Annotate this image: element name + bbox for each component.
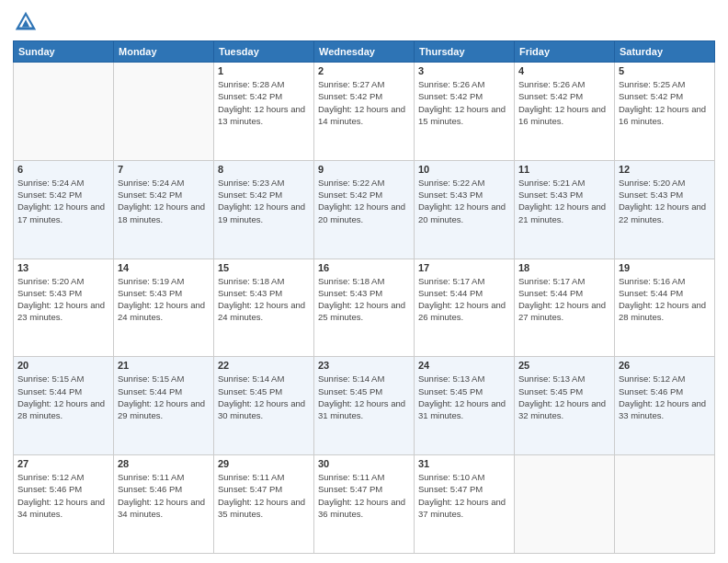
header-tuesday: Tuesday [214,41,314,63]
calendar-cell: 27Sunrise: 5:12 AM Sunset: 5:46 PM Dayli… [14,455,114,554]
day-number: 7 [118,164,210,175]
day-number: 26 [619,360,711,371]
day-number: 25 [518,360,610,371]
header [13,9,715,35]
calendar-cell: 13Sunrise: 5:20 AM Sunset: 5:43 PM Dayli… [14,259,114,357]
day-info: Sunrise: 5:11 AM Sunset: 5:47 PM Dayligh… [218,471,310,520]
calendar-cell: 17Sunrise: 5:17 AM Sunset: 5:44 PM Dayli… [415,259,515,357]
calendar-table: SundayMondayTuesdayWednesdayThursdayFrid… [13,40,715,554]
calendar-cell: 26Sunrise: 5:12 AM Sunset: 5:46 PM Dayli… [615,357,715,455]
calendar-cell: 29Sunrise: 5:11 AM Sunset: 5:47 PM Dayli… [214,455,314,554]
calendar-header-row: SundayMondayTuesdayWednesdayThursdayFrid… [14,41,715,63]
day-number: 15 [218,262,310,273]
day-number: 22 [218,360,310,371]
day-number: 20 [17,360,109,371]
calendar-cell: 30Sunrise: 5:11 AM Sunset: 5:47 PM Dayli… [314,455,415,554]
day-info: Sunrise: 5:25 AM Sunset: 5:42 PM Dayligh… [619,78,711,127]
day-info: Sunrise: 5:20 AM Sunset: 5:43 PM Dayligh… [619,177,711,225]
day-info: Sunrise: 5:22 AM Sunset: 5:42 PM Dayligh… [318,177,410,225]
day-info: Sunrise: 5:14 AM Sunset: 5:45 PM Dayligh… [318,373,410,421]
day-number: 27 [17,458,109,469]
header-thursday: Thursday [415,41,515,63]
day-number: 2 [318,65,410,76]
day-number: 6 [17,164,109,175]
day-info: Sunrise: 5:16 AM Sunset: 5:44 PM Dayligh… [619,275,711,324]
day-info: Sunrise: 5:23 AM Sunset: 5:42 PM Dayligh… [218,177,310,225]
day-number: 11 [518,164,610,175]
day-number: 10 [418,164,510,175]
day-info: Sunrise: 5:26 AM Sunset: 5:42 PM Dayligh… [518,78,610,127]
day-info: Sunrise: 5:15 AM Sunset: 5:44 PM Dayligh… [118,373,210,421]
calendar-cell: 31Sunrise: 5:10 AM Sunset: 5:47 PM Dayli… [415,455,515,554]
day-info: Sunrise: 5:17 AM Sunset: 5:44 PM Dayligh… [518,275,610,324]
day-info: Sunrise: 5:13 AM Sunset: 5:45 PM Dayligh… [418,373,510,421]
calendar-cell: 6Sunrise: 5:24 AM Sunset: 5:42 PM Daylig… [14,160,114,259]
day-info: Sunrise: 5:15 AM Sunset: 5:44 PM Dayligh… [17,373,109,421]
calendar-week-4: 27Sunrise: 5:12 AM Sunset: 5:46 PM Dayli… [14,455,715,554]
calendar-cell: 15Sunrise: 5:18 AM Sunset: 5:43 PM Dayli… [214,259,314,357]
day-number: 17 [418,262,510,273]
day-number: 30 [318,458,410,469]
calendar-week-3: 20Sunrise: 5:15 AM Sunset: 5:44 PM Dayli… [14,357,715,455]
day-info: Sunrise: 5:11 AM Sunset: 5:47 PM Dayligh… [318,471,410,520]
day-number: 18 [518,262,610,273]
day-info: Sunrise: 5:28 AM Sunset: 5:42 PM Dayligh… [218,78,310,127]
calendar-cell: 2Sunrise: 5:27 AM Sunset: 5:42 PM Daylig… [314,63,415,161]
day-info: Sunrise: 5:12 AM Sunset: 5:46 PM Dayligh… [17,471,109,520]
day-info: Sunrise: 5:27 AM Sunset: 5:42 PM Dayligh… [318,78,410,127]
calendar-cell: 12Sunrise: 5:20 AM Sunset: 5:43 PM Dayli… [615,160,715,259]
day-number: 12 [619,164,711,175]
day-number: 5 [619,65,711,76]
calendar-cell: 10Sunrise: 5:22 AM Sunset: 5:43 PM Dayli… [415,160,515,259]
calendar-cell: 20Sunrise: 5:15 AM Sunset: 5:44 PM Dayli… [14,357,114,455]
day-number: 31 [418,458,510,469]
day-info: Sunrise: 5:11 AM Sunset: 5:46 PM Dayligh… [118,471,210,520]
day-info: Sunrise: 5:10 AM Sunset: 5:47 PM Dayligh… [418,471,510,520]
day-info: Sunrise: 5:24 AM Sunset: 5:42 PM Dayligh… [118,177,210,225]
day-number: 1 [218,65,310,76]
calendar-cell: 23Sunrise: 5:14 AM Sunset: 5:45 PM Dayli… [314,357,415,455]
calendar-cell [14,63,114,161]
calendar-cell: 8Sunrise: 5:23 AM Sunset: 5:42 PM Daylig… [214,160,314,259]
calendar-cell: 25Sunrise: 5:13 AM Sunset: 5:45 PM Dayli… [515,357,615,455]
day-info: Sunrise: 5:24 AM Sunset: 5:42 PM Dayligh… [17,177,109,225]
header-monday: Monday [114,41,214,63]
day-number: 19 [619,262,711,273]
day-number: 21 [118,360,210,371]
day-number: 14 [118,262,210,273]
header-sunday: Sunday [14,41,114,63]
calendar-cell: 4Sunrise: 5:26 AM Sunset: 5:42 PM Daylig… [515,63,615,161]
day-number: 23 [318,360,410,371]
calendar-cell: 21Sunrise: 5:15 AM Sunset: 5:44 PM Dayli… [114,357,214,455]
day-number: 8 [218,164,310,175]
logo [13,9,42,35]
calendar-cell: 5Sunrise: 5:25 AM Sunset: 5:42 PM Daylig… [615,63,715,161]
day-number: 16 [318,262,410,273]
day-info: Sunrise: 5:22 AM Sunset: 5:43 PM Dayligh… [418,177,510,225]
calendar-cell: 11Sunrise: 5:21 AM Sunset: 5:43 PM Dayli… [515,160,615,259]
day-number: 3 [418,65,510,76]
calendar-week-0: 1Sunrise: 5:28 AM Sunset: 5:42 PM Daylig… [14,63,715,161]
day-number: 9 [318,164,410,175]
header-wednesday: Wednesday [314,41,415,63]
page: SundayMondayTuesdayWednesdayThursdayFrid… [0,0,728,563]
day-info: Sunrise: 5:19 AM Sunset: 5:43 PM Dayligh… [118,275,210,324]
calendar-week-1: 6Sunrise: 5:24 AM Sunset: 5:42 PM Daylig… [14,160,715,259]
calendar-cell: 1Sunrise: 5:28 AM Sunset: 5:42 PM Daylig… [214,63,314,161]
day-info: Sunrise: 5:13 AM Sunset: 5:45 PM Dayligh… [518,373,610,421]
calendar-cell: 18Sunrise: 5:17 AM Sunset: 5:44 PM Dayli… [515,259,615,357]
calendar-cell: 22Sunrise: 5:14 AM Sunset: 5:45 PM Dayli… [214,357,314,455]
day-info: Sunrise: 5:26 AM Sunset: 5:42 PM Dayligh… [418,78,510,127]
calendar-cell: 9Sunrise: 5:22 AM Sunset: 5:42 PM Daylig… [314,160,415,259]
calendar-cell [615,455,715,554]
day-number: 13 [17,262,109,273]
calendar-week-2: 13Sunrise: 5:20 AM Sunset: 5:43 PM Dayli… [14,259,715,357]
calendar-cell: 28Sunrise: 5:11 AM Sunset: 5:46 PM Dayli… [114,455,214,554]
day-number: 24 [418,360,510,371]
day-info: Sunrise: 5:17 AM Sunset: 5:44 PM Dayligh… [418,275,510,324]
day-info: Sunrise: 5:20 AM Sunset: 5:43 PM Dayligh… [17,275,109,324]
calendar-cell: 19Sunrise: 5:16 AM Sunset: 5:44 PM Dayli… [615,259,715,357]
calendar-cell: 7Sunrise: 5:24 AM Sunset: 5:42 PM Daylig… [114,160,214,259]
day-number: 28 [118,458,210,469]
calendar-cell [515,455,615,554]
